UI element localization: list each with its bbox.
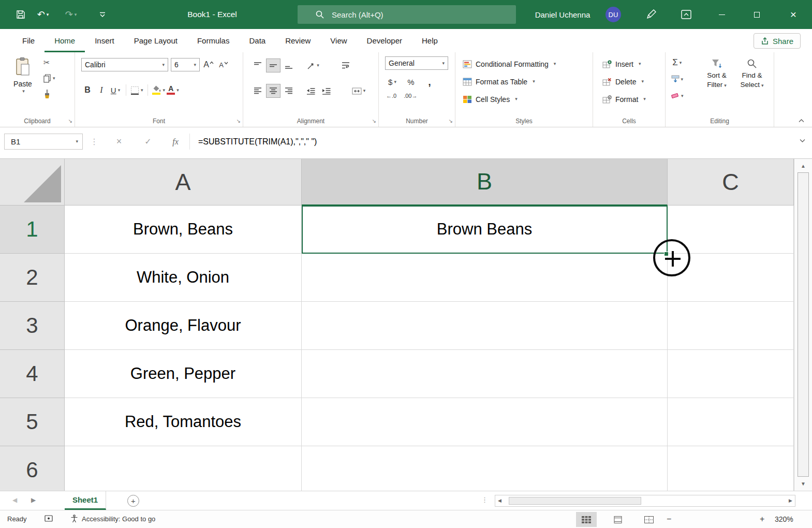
tab-insert[interactable]: Insert	[85, 29, 124, 52]
account-name[interactable]: Daniel Uchenna	[529, 0, 596, 29]
customize-quick-access-toolbar-button[interactable]	[95, 0, 110, 29]
formula-input[interactable]: =SUBSTITUTE(TRIM(A1),","," ")	[198, 134, 317, 150]
minimize-button[interactable]	[710, 0, 734, 29]
cell-c6[interactable]	[668, 446, 794, 491]
cell-b4[interactable]	[302, 350, 668, 398]
align-left-button[interactable]	[250, 84, 265, 98]
shrink-font-button[interactable]: A	[217, 58, 230, 71]
column-header-a[interactable]: A	[65, 159, 302, 206]
collapse-ribbon-button[interactable]	[798, 119, 805, 123]
conditional-formatting-button[interactable]: Conditional Formatting▾	[457, 56, 556, 71]
merge-center-button[interactable]: ▾	[348, 84, 370, 98]
align-center-button[interactable]	[266, 84, 280, 98]
cell-b5[interactable]	[302, 398, 668, 446]
horizontal-scrollbar-thumb[interactable]	[509, 497, 641, 505]
decrease-indent-button[interactable]	[303, 84, 318, 98]
sheet-nav-left-icon[interactable]: ◀	[12, 496, 17, 504]
align-top-button[interactable]	[250, 58, 265, 72]
scroll-left-icon[interactable]: ◀	[498, 498, 501, 503]
column-header-b[interactable]: B	[302, 159, 668, 206]
horizontal-scrollbar[interactable]: ◀ ▶	[495, 495, 795, 507]
format-as-table-button[interactable]: Format as Table▾	[457, 74, 535, 89]
tab-help[interactable]: Help	[412, 29, 448, 52]
cell-a1[interactable]: Brown, Beans	[65, 206, 302, 254]
increase-indent-button[interactable]	[319, 84, 333, 98]
vertical-scrollbar[interactable]: ▲ ▼	[794, 159, 812, 491]
scroll-up-icon[interactable]: ▲	[794, 163, 812, 169]
font-size-combo[interactable]: 6▾	[171, 58, 200, 71]
clipboard-dialog-launcher-icon[interactable]: ↘	[68, 118, 72, 124]
bold-button[interactable]: B	[81, 83, 94, 97]
new-sheet-button[interactable]: +	[127, 495, 139, 507]
zoom-in-button[interactable]: +	[760, 515, 764, 524]
tab-page-layout[interactable]: Page Layout	[124, 29, 187, 52]
alignment-dialog-launcher-icon[interactable]: ↘	[372, 118, 376, 124]
cell-a3[interactable]: Orange, Flavour	[65, 302, 302, 350]
normal-view-button[interactable]	[576, 512, 597, 527]
row-header-1[interactable]: 1	[0, 206, 65, 254]
cell-c3[interactable]	[668, 302, 794, 350]
number-format-combo[interactable]: General▾	[385, 56, 448, 70]
autosum-button[interactable]: Σ▾	[671, 56, 684, 69]
ribbon-display-options-icon[interactable]	[677, 0, 696, 29]
page-break-preview-button[interactable]	[639, 512, 659, 527]
row-header-3[interactable]: 3	[0, 302, 65, 350]
redo-button[interactable]: ↷▾	[62, 0, 80, 29]
find-select-button[interactable]: Find & Select▾	[736, 58, 768, 90]
close-button[interactable]: ×	[781, 0, 805, 29]
tab-data[interactable]: Data	[239, 29, 275, 52]
paste-button[interactable]: Paste ▾	[8, 57, 37, 94]
cut-icon[interactable]: ✂	[43, 58, 50, 67]
fill-color-button[interactable]: ▾	[152, 83, 166, 97]
fill-button[interactable]: ▾	[671, 73, 684, 85]
insert-cells-button[interactable]: Insert▾	[597, 56, 641, 71]
inking-pen-icon[interactable]	[642, 0, 660, 29]
macro-record-icon[interactable]	[45, 515, 53, 522]
sort-filter-button[interactable]: Sort & Filter▾	[701, 58, 733, 90]
scroll-down-icon[interactable]: ▼	[794, 481, 812, 487]
underline-button[interactable]: U▾	[109, 83, 122, 97]
tab-review[interactable]: Review	[275, 29, 320, 52]
insert-function-icon[interactable]: fx	[168, 134, 183, 150]
percent-style-button[interactable]: %	[405, 75, 417, 89]
align-right-button[interactable]	[282, 84, 296, 98]
cell-c4[interactable]	[668, 350, 794, 398]
row-header-5[interactable]: 5	[0, 398, 65, 446]
cell-c5[interactable]	[668, 398, 794, 446]
cell-styles-button[interactable]: Cell Styles▾	[457, 92, 518, 107]
expand-formula-bar-icon[interactable]	[799, 139, 806, 143]
align-bottom-button[interactable]	[282, 58, 296, 72]
comma-style-button[interactable]: ,	[423, 75, 436, 89]
zoom-out-button[interactable]: −	[667, 515, 671, 524]
tab-view[interactable]: View	[320, 29, 357, 52]
accounting-format-button[interactable]: $▾	[386, 75, 398, 89]
align-middle-button[interactable]	[266, 58, 280, 72]
orientation-button[interactable]: ▾	[303, 58, 323, 72]
row-header-4[interactable]: 4	[0, 350, 65, 398]
vertical-scrollbar-thumb[interactable]	[798, 172, 809, 477]
share-button[interactable]: Share	[754, 33, 801, 49]
number-dialog-launcher-icon[interactable]: ↘	[449, 118, 453, 124]
select-all-button[interactable]	[0, 159, 65, 206]
font-family-combo[interactable]: Calibri▾	[81, 58, 168, 71]
cell-b2[interactable]	[302, 254, 668, 302]
increase-decimal-button[interactable]: ←.0	[386, 93, 396, 99]
row-header-2[interactable]: 2	[0, 254, 65, 302]
tab-formulas[interactable]: Formulas	[187, 29, 240, 52]
copy-button[interactable]: ▾	[43, 74, 55, 83]
accessibility-status[interactable]: Accessibility: Good to go	[82, 515, 155, 523]
page-layout-view-button[interactable]	[608, 512, 628, 527]
row-header-6[interactable]: 6	[0, 446, 65, 491]
save-icon[interactable]	[11, 0, 30, 29]
zoom-level[interactable]: 320%	[775, 515, 793, 523]
undo-button[interactable]: ↶▾	[34, 0, 52, 29]
tab-scrollbar-splitter[interactable]: ⋮	[481, 496, 487, 504]
tab-home[interactable]: Home	[45, 29, 85, 52]
name-box[interactable]: B1 ▾	[4, 134, 83, 150]
scroll-right-icon[interactable]: ▶	[789, 498, 792, 503]
cell-b1[interactable]: Brown Beans	[302, 206, 668, 254]
clear-button[interactable]: ▾	[671, 90, 684, 102]
cell-b6[interactable]	[302, 446, 668, 491]
cell-a6[interactable]	[65, 446, 302, 491]
column-header-c[interactable]: C	[668, 159, 794, 206]
